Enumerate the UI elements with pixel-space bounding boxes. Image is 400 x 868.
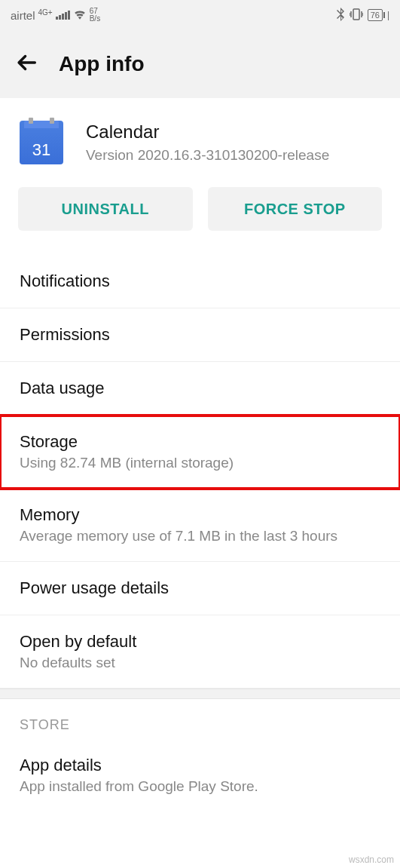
row-data-usage[interactable]: Data usage (0, 362, 400, 416)
row-permissions[interactable]: Permissions (0, 308, 400, 362)
network-badge: 4G+ (38, 8, 53, 17)
row-title: Storage (20, 432, 380, 452)
row-power-usage[interactable]: Power usage details (0, 562, 400, 615)
calendar-app-icon: 31 (20, 121, 63, 164)
row-subtitle: No defaults set (20, 655, 380, 671)
carrier-label: airtel (11, 9, 35, 22)
row-title: Power usage details (20, 578, 380, 598)
status-right: 76 | (336, 8, 389, 23)
status-bar: airtel 4G+ 67 B/s 76 | (0, 0, 400, 30)
action-buttons: UNINSTALL FORCE STOP (0, 187, 400, 255)
force-stop-button[interactable]: FORCE STOP (208, 187, 383, 231)
row-title: App details (20, 756, 380, 775)
row-memory[interactable]: Memory Average memory use of 7.1 MB in t… (0, 489, 400, 562)
row-open-by-default[interactable]: Open by default No defaults set (0, 615, 400, 689)
store-section-label: STORE (0, 699, 400, 739)
svg-rect-0 (353, 9, 359, 20)
data-speed: 67 B/s (90, 8, 100, 23)
signal-icon (56, 11, 70, 20)
section-divider (0, 689, 400, 699)
app-bar: App info (0, 30, 400, 98)
app-name: Calendar (86, 121, 329, 143)
back-icon[interactable] (14, 50, 39, 78)
row-subtitle: Using 82.74 MB (internal storage) (20, 455, 380, 471)
row-title: Permissions (20, 325, 380, 345)
row-title: Notifications (20, 271, 380, 291)
wifi-icon (73, 9, 87, 22)
row-title: Memory (20, 505, 380, 525)
app-header: 31 Calendar Version 2020.16.3-310130200-… (0, 98, 400, 187)
settings-list: Notifications Permissions Data usage Sto… (0, 255, 400, 689)
row-subtitle: Average memory use of 7.1 MB in the last… (20, 528, 380, 544)
app-meta: Calendar Version 2020.16.3-310130200-rel… (86, 121, 329, 164)
row-app-details[interactable]: App details App installed from Google Pl… (0, 739, 400, 811)
battery-extra: | (387, 10, 389, 20)
bluetooth-icon (336, 8, 345, 23)
vibrate-icon (350, 8, 363, 23)
watermark: wsxdn.com (349, 854, 394, 865)
uninstall-button[interactable]: UNINSTALL (18, 187, 193, 231)
page-title: App info (59, 52, 145, 76)
app-version: Version 2020.16.3-310130200-release (86, 147, 329, 164)
row-notifications[interactable]: Notifications (0, 255, 400, 308)
row-storage[interactable]: Storage Using 82.74 MB (internal storage… (0, 416, 400, 489)
speed-unit: B/s (90, 15, 100, 23)
row-title: Data usage (20, 379, 380, 398)
store-list: App details App installed from Google Pl… (0, 739, 400, 811)
battery-icon: 76 (368, 9, 383, 21)
row-subtitle: App installed from Google Play Store. (20, 778, 380, 795)
status-left: airtel 4G+ 67 B/s (11, 8, 100, 23)
row-title: Open by default (20, 632, 380, 652)
